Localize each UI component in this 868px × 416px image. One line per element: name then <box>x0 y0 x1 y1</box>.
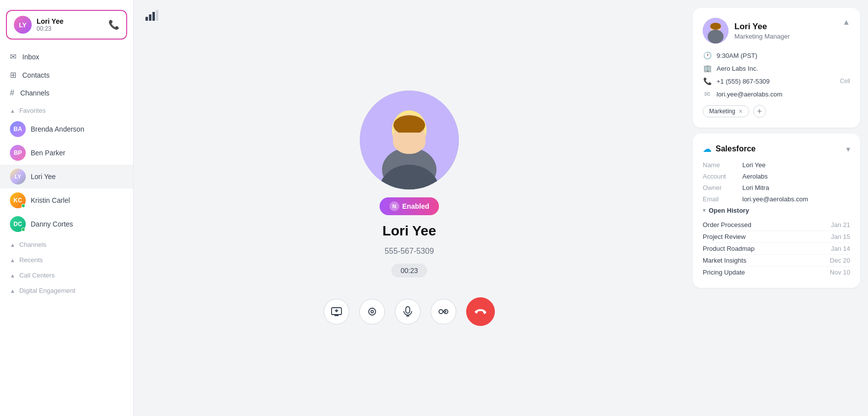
contact-company-row: 🏢 Aero Labs Inc. <box>703 64 850 72</box>
history-date-2: Jan 14 <box>831 245 850 252</box>
salesforce-collapse-button[interactable]: ▾ <box>846 144 850 154</box>
salesforce-title-row: ☁ Salesforce <box>703 143 756 154</box>
contact-time: 9:30AM (PST) <box>717 52 757 59</box>
caller-number: 555-567-5309 <box>385 247 434 256</box>
right-panel: Lori Yee Marketing Manager ▲ 🕐 9:30AM (P… <box>685 0 868 416</box>
active-call-left: LY Lori Yee 00:23 <box>14 16 63 34</box>
avatar-kristin: KC <box>10 192 26 208</box>
history-item-3[interactable]: Market Insights Dec 20 <box>703 255 850 267</box>
history-date-1: Jan 15 <box>831 233 850 240</box>
history-name-0: Order Processed <box>703 221 751 229</box>
sidebar-item-lori[interactable]: LY Lori Yee <box>0 165 133 188</box>
nav-contacts-label: Contacts <box>22 71 49 79</box>
nav-inbox[interactable]: ✉ Inbox <box>0 47 133 66</box>
avatar-lori: LY <box>10 169 26 185</box>
history-date-4: Nov 10 <box>830 269 850 276</box>
enabled-badge: N Enabled <box>380 197 439 215</box>
sidebar-item-brenda[interactable]: BA Brenda Anderson <box>0 117 133 141</box>
history-name-3: Market Insights <box>703 257 746 264</box>
favorites-section-header[interactable]: ▲ Favorites <box>0 102 133 117</box>
sf-value-account: Aerolabs <box>742 173 768 180</box>
digital-engagement-chevron-icon: ▲ <box>10 288 15 294</box>
svg-point-8 <box>393 115 425 135</box>
history-chevron-icon: ▾ <box>703 207 706 214</box>
main-call-area: N Enabled Lori Yee 555-567-5309 00:23 <box>134 0 685 416</box>
channels-section-label: Channels <box>19 241 47 248</box>
add-tag-button[interactable]: + <box>753 105 766 118</box>
sidebar-item-ben[interactable]: BP Ben Parker <box>0 141 133 165</box>
contact-panel-avatar <box>703 18 728 44</box>
sidebar: LY Lori Yee 00:23 📞 ✉ Inbox ⊞ Contacts #… <box>0 0 134 416</box>
screen-share-button[interactable] <box>324 299 349 324</box>
contact-panel-title: Marketing Manager <box>734 33 790 40</box>
channels-section-header[interactable]: ▲ Channels <box>0 236 133 251</box>
nav-contacts[interactable]: ⊞ Contacts <box>0 66 133 84</box>
call-center: N Enabled Lori Yee 555-567-5309 00:23 <box>324 91 495 326</box>
svg-point-12 <box>371 310 374 313</box>
tags-row: Marketing ✕ + <box>703 105 850 118</box>
email-icon: ✉ <box>703 90 712 98</box>
signal-bars-icon <box>145 10 159 24</box>
contact-phone: +1 (555) 867-5309 <box>717 78 770 85</box>
svg-point-18 <box>708 30 723 44</box>
salesforce-cloud-icon: ☁ <box>703 143 712 154</box>
contact-email-row: ✉ lori.yee@aerolabs.com <box>703 90 850 98</box>
nav-channels-label: Channels <box>20 89 49 97</box>
contact-name-brenda: Brenda Anderson <box>31 125 84 133</box>
nav-inbox-label: Inbox <box>22 53 39 61</box>
salesforce-card: ☁ Salesforce ▾ Name Lori Yee Account Aer… <box>693 134 860 288</box>
sidebar-item-danny[interactable]: DC Danny Cortes <box>0 212 133 236</box>
recents-chevron-icon: ▲ <box>10 257 15 263</box>
hangup-button[interactable] <box>466 297 495 326</box>
channels-icon: # <box>10 89 14 97</box>
svg-point-11 <box>369 308 376 315</box>
active-call-phone-icon[interactable]: 📞 <box>108 19 119 30</box>
mute-button[interactable] <box>395 299 421 324</box>
avatar-danny: DC <box>10 216 26 232</box>
sidebar-item-kristin[interactable]: KC Kristin Carlel <box>0 188 133 212</box>
call-centers-section-header[interactable]: ▲ Call Centers <box>0 267 133 282</box>
contact-name-kristin: Kristin Carlel <box>31 196 70 204</box>
contact-header-left: Lori Yee Marketing Manager <box>703 18 790 44</box>
contact-card-collapse-button[interactable]: ▲ <box>842 18 850 27</box>
enabled-label: Enabled <box>402 202 429 210</box>
contact-name-lori: Lori Yee <box>31 173 56 181</box>
history-item-4[interactable]: Pricing Update Nov 10 <box>703 267 850 278</box>
transfer-button[interactable] <box>431 299 456 324</box>
nav-channels[interactable]: # Channels <box>0 84 133 102</box>
history-label: Open History <box>709 207 749 214</box>
avatar-ben: BP <box>10 145 26 161</box>
active-call-card[interactable]: LY Lori Yee 00:23 📞 <box>6 10 127 40</box>
salesforce-header: ☁ Salesforce ▾ <box>703 143 850 154</box>
contact-name-ben: Ben Parker <box>31 149 65 157</box>
sf-label-account: Account <box>703 173 742 180</box>
svg-point-19 <box>710 23 721 30</box>
contact-card: Lori Yee Marketing Manager ▲ 🕐 9:30AM (P… <box>693 8 860 128</box>
digital-engagement-label: Digital Engagement <box>19 287 75 294</box>
svg-rect-13 <box>406 307 410 313</box>
call-controls <box>324 297 495 326</box>
contact-header: Lori Yee Marketing Manager ▲ <box>703 18 850 44</box>
recents-section-header[interactable]: ▲ Recents <box>0 251 133 267</box>
call-centers-chevron-icon: ▲ <box>10 273 15 278</box>
history-item-0[interactable]: Order Processed Jan 21 <box>703 219 850 231</box>
tag-marketing: Marketing ✕ <box>703 105 749 117</box>
inbox-icon: ✉ <box>10 52 16 61</box>
contact-company: Aero Labs Inc. <box>717 65 758 72</box>
active-call-info: Lori Yee 00:23 <box>37 17 63 32</box>
caller-photo <box>360 91 459 189</box>
history-item-1[interactable]: Project Review Jan 15 <box>703 231 850 243</box>
history-name-1: Project Review <box>703 233 746 240</box>
video-button[interactable] <box>359 299 385 324</box>
open-history-toggle[interactable]: ▾ Open History <box>703 207 850 214</box>
sf-label-name: Name <box>703 161 742 169</box>
svg-rect-0 <box>145 17 148 21</box>
tag-marketing-remove-button[interactable]: ✕ <box>738 108 743 115</box>
contact-panel-name: Lori Yee <box>734 22 790 32</box>
history-date-0: Jan 21 <box>831 221 850 229</box>
contact-email: lori.yee@aerolabs.com <box>717 91 782 98</box>
digital-engagement-section-header[interactable]: ▲ Digital Engagement <box>0 282 133 297</box>
status-dot-kristin <box>21 204 25 208</box>
history-item-2[interactable]: Product Roadmap Jan 14 <box>703 243 850 255</box>
contact-phone-type: Cell <box>840 78 850 85</box>
